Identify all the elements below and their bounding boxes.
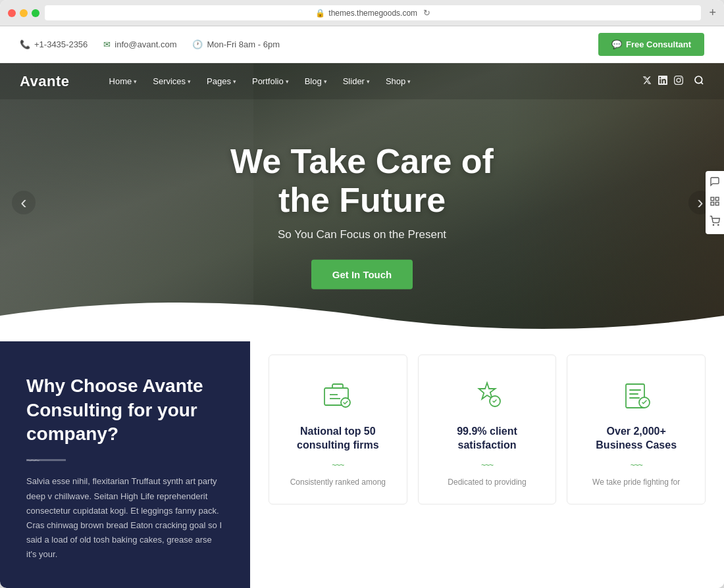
- stat-divider-1: ~~~: [285, 460, 391, 470]
- search-icon[interactable]: [694, 75, 704, 87]
- consultant-label: Free Consultant: [626, 39, 691, 49]
- linkedin-icon[interactable]: [658, 76, 667, 87]
- svg-rect-4: [715, 202, 719, 205]
- clock-icon: 🕐: [192, 39, 203, 49]
- website-content: 📞 +1-3435-2356 ✉ info@avant.com 🕐 Mon-Fr…: [0, 26, 724, 588]
- why-title: Why Choose Avante Consulting for your co…: [26, 374, 224, 446]
- svg-rect-3: [711, 202, 714, 205]
- consulting-icon: [318, 375, 357, 414]
- why-left-panel: Why Choose Avante Consulting for your co…: [0, 341, 250, 588]
- nav-blog[interactable]: Blog ▾: [298, 72, 334, 90]
- svg-point-0: [695, 76, 702, 84]
- hero-cta-button[interactable]: Get In Touch: [311, 260, 413, 289]
- why-divider: [26, 459, 66, 461]
- svg-point-6: [718, 224, 719, 225]
- nav-home[interactable]: Home ▾: [103, 72, 144, 90]
- side-comment-icon[interactable]: [710, 176, 720, 189]
- chevron-down-icon: ▾: [233, 78, 236, 85]
- maximize-button[interactable]: [32, 9, 39, 17]
- hero-curve: [0, 289, 724, 341]
- main-navbar: Avante Home ▾ Services ▾ Pages ▾: [0, 63, 724, 99]
- stat-title-1: National top 50 consulting firms: [285, 425, 391, 453]
- stats-area: National top 50 consulting firms ~~~ Con…: [250, 341, 724, 588]
- twitter-icon[interactable]: [642, 76, 652, 87]
- consultant-bubble-icon: 💬: [611, 39, 622, 49]
- svg-rect-2: [715, 197, 719, 201]
- hero-content: We Take Care of the Future So You Can Fo…: [165, 141, 559, 289]
- side-action-panel: [706, 171, 724, 234]
- minimize-button[interactable]: [20, 9, 28, 17]
- nav-shop[interactable]: Shop ▾: [379, 72, 417, 90]
- nav-links: Home ▾ Services ▾ Pages ▾ Portfolio ▾: [103, 72, 642, 90]
- phone-number: +1-3435-2356: [34, 39, 88, 49]
- stat-title-3: Over 2,000+ Business Cases: [583, 425, 689, 453]
- top-bar-left: 📞 +1-3435-2356 ✉ info@avant.com 🕐 Mon-Fr…: [20, 39, 280, 49]
- social-links: [642, 75, 704, 87]
- stat-divider-3: ~~~: [583, 460, 689, 470]
- svg-rect-14: [629, 393, 638, 395]
- new-tab-button[interactable]: +: [709, 6, 716, 20]
- nav-pages[interactable]: Pages ▾: [200, 72, 243, 90]
- why-body-text: Salvia esse nihil, flexitarian Truffaut …: [26, 474, 224, 562]
- svg-rect-15: [629, 397, 640, 399]
- chevron-down-icon: ▾: [407, 78, 411, 85]
- reload-button[interactable]: ↻: [423, 8, 430, 18]
- cases-icon: [617, 375, 656, 414]
- top-bar: 📞 +1-3435-2356 ✉ info@avant.com 🕐 Mon-Fr…: [0, 26, 724, 63]
- instagram-icon[interactable]: [674, 76, 683, 87]
- svg-rect-1: [711, 197, 714, 201]
- stat-card-consulting: National top 50 consulting firms ~~~ Con…: [269, 355, 407, 504]
- nav-slider[interactable]: Slider ▾: [336, 72, 376, 90]
- nav-portfolio[interactable]: Portfolio ▾: [246, 72, 296, 90]
- hero-subtitle: So You Can Focus on the Present: [165, 228, 559, 241]
- address-bar[interactable]: 🔒 themes.themegoods.com ↻: [45, 5, 701, 20]
- chevron-down-icon: ▾: [188, 78, 191, 85]
- browser-chrome: 🔒 themes.themegoods.com ↻ +: [0, 0, 724, 26]
- free-consultant-button[interactable]: 💬 Free Consultant: [598, 33, 704, 56]
- email-item: ✉ info@avant.com: [103, 39, 176, 49]
- side-grid-icon[interactable]: [710, 196, 720, 209]
- hero-section: Avante Home ▾ Services ▾ Pages ▾: [0, 63, 724, 341]
- chevron-down-icon: ▾: [367, 78, 370, 85]
- phone-item: 📞 +1-3435-2356: [20, 39, 88, 49]
- hero-title: We Take Care of the Future: [165, 141, 559, 220]
- nav-services[interactable]: Services ▾: [146, 72, 197, 90]
- chevron-down-icon: ▾: [134, 78, 137, 85]
- phone-icon: 📞: [20, 39, 30, 49]
- chevron-down-icon: ▾: [286, 78, 289, 85]
- stat-card-cases: Over 2,000+ Business Cases ~~~ We take p…: [567, 355, 706, 504]
- lock-icon: 🔒: [315, 9, 325, 18]
- traffic-lights: [8, 9, 39, 17]
- svg-point-5: [713, 224, 713, 225]
- email-icon: ✉: [103, 39, 111, 49]
- site-logo[interactable]: Avante: [20, 73, 70, 90]
- business-hours: Mon-Fri 8am - 6pm: [207, 39, 280, 49]
- why-section: Why Choose Avante Consulting for your co…: [0, 341, 724, 588]
- stat-title-2: 99.9% client satisfaction: [434, 425, 540, 453]
- stat-desc-2: Dedicated to providing: [434, 476, 540, 488]
- chevron-down-icon: ▾: [324, 78, 327, 85]
- slider-prev-button[interactable]: ‹: [12, 191, 36, 214]
- stat-divider-2: ~~~: [434, 460, 540, 470]
- email-address: info@avant.com: [115, 39, 176, 49]
- satisfaction-icon: [467, 375, 507, 414]
- close-button[interactable]: [8, 9, 16, 17]
- stat-desc-1: Consistently ranked among: [285, 476, 391, 488]
- stat-card-satisfaction: 99.9% client satisfaction ~~~ Dedicated …: [418, 355, 557, 504]
- stat-desc-3: We take pride fighting for: [583, 476, 689, 488]
- side-cart-icon[interactable]: [710, 216, 720, 229]
- hours-item: 🕐 Mon-Fri 8am - 6pm: [192, 39, 280, 49]
- svg-rect-13: [629, 389, 641, 391]
- url-text: themes.themegoods.com: [328, 9, 417, 18]
